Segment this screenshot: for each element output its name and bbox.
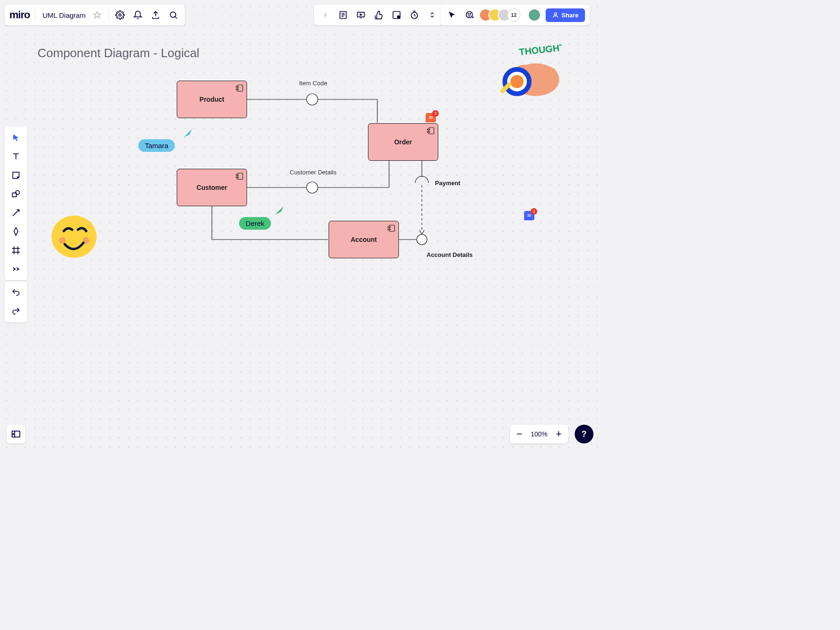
more-icon[interactable]: [426, 8, 439, 22]
component-product[interactable]: Product: [177, 81, 247, 118]
comment-badge-order[interactable]: 3: [426, 113, 436, 122]
zoom-level[interactable]: 100%: [531, 430, 548, 438]
minimap-button[interactable]: [7, 425, 25, 443]
comment-count: 3: [531, 208, 537, 215]
svg-rect-17: [238, 173, 243, 180]
tool-select[interactable]: [8, 130, 23, 145]
thumbs-up-icon[interactable]: [372, 8, 385, 22]
interface-label-customer-details[interactable]: Customer Details: [290, 169, 337, 176]
miro-logo[interactable]: miro: [9, 9, 30, 21]
component-icon: [387, 224, 396, 232]
divider: [108, 9, 109, 21]
redo-button[interactable]: [8, 304, 23, 319]
tool-shape[interactable]: [8, 187, 23, 202]
avatar-self[interactable]: [528, 8, 541, 22]
cursor-label-tamara[interactable]: Tamara: [138, 139, 175, 152]
share-button[interactable]: Share: [546, 8, 585, 22]
svg-point-30: [52, 216, 97, 258]
svg-line-53: [414, 15, 416, 16]
svg-line-65: [13, 210, 19, 216]
tool-text[interactable]: [8, 149, 23, 164]
svg-rect-23: [390, 225, 395, 232]
reaction-icon[interactable]: [463, 8, 476, 22]
chevron-right-icon[interactable]: [319, 8, 332, 22]
connector-label-payment[interactable]: Payment: [435, 180, 460, 187]
sticker-thoughts[interactable]: THOUGHTS?: [491, 43, 562, 104]
sticker-smile[interactable]: [51, 215, 98, 259]
board-title[interactable]: UML Diagram: [43, 11, 86, 19]
cursor-follow-icon[interactable]: [445, 8, 458, 22]
timer-icon[interactable]: [408, 8, 421, 22]
person-icon: [552, 12, 559, 18]
tool-more[interactable]: [8, 262, 23, 277]
note-icon[interactable]: [337, 8, 350, 22]
zoom-control: − 100% +: [510, 425, 568, 443]
component-label: Order: [394, 138, 412, 146]
svg-point-31: [59, 237, 66, 244]
bell-icon[interactable]: [131, 8, 144, 22]
tool-sticky-note[interactable]: [8, 168, 23, 183]
svg-rect-18: [236, 174, 239, 175]
svg-point-56: [468, 14, 469, 15]
svg-point-35: [537, 67, 558, 85]
svg-rect-19: [236, 177, 239, 178]
svg-point-55: [466, 12, 472, 18]
settings-icon[interactable]: [113, 8, 127, 22]
side-toolbar: [5, 127, 27, 280]
svg-point-50: [398, 16, 400, 18]
svg-point-39: [119, 14, 121, 16]
component-order[interactable]: Order: [368, 123, 438, 161]
undo-button[interactable]: [8, 285, 23, 300]
share-label: Share: [562, 12, 578, 19]
zoom-out-button[interactable]: −: [515, 428, 524, 440]
export-icon[interactable]: [149, 8, 162, 22]
undo-toolbar: [5, 281, 27, 322]
zoom-in-button[interactable]: +: [554, 428, 563, 440]
divider: [35, 9, 35, 21]
topbar-right: 12 Share: [441, 5, 590, 25]
svg-line-41: [175, 16, 177, 18]
diagram-title[interactable]: Component Diagram - Logical: [38, 46, 199, 60]
svg-rect-24: [388, 226, 390, 227]
cursor-label-derek[interactable]: Derek: [239, 217, 271, 230]
component-customer[interactable]: Customer: [177, 169, 247, 206]
component-label: Account: [351, 236, 377, 243]
svg-rect-25: [388, 229, 390, 230]
svg-rect-21: [428, 129, 430, 130]
present-icon[interactable]: [354, 8, 368, 22]
sticker-thoughts-text: THOUGHTS?: [518, 43, 562, 57]
search-icon[interactable]: [167, 8, 180, 22]
svg-marker-47: [360, 14, 361, 15]
comment-count: 3: [432, 110, 439, 117]
svg-point-37: [510, 75, 524, 88]
tool-pen[interactable]: [8, 224, 23, 239]
cursor-arrow-tamara: [183, 128, 193, 138]
connector-label-account-details[interactable]: Account Details: [427, 251, 472, 258]
component-label: Customer: [196, 184, 227, 191]
component-icon: [427, 127, 435, 135]
component-icon: [235, 172, 244, 180]
component-account[interactable]: Account: [329, 221, 399, 258]
svg-rect-20: [429, 128, 434, 134]
svg-rect-15: [236, 86, 239, 87]
interface-label-item-code[interactable]: Item Code: [299, 80, 327, 87]
comment-badge-canvas[interactable]: 3: [524, 211, 534, 220]
component-label: Product: [200, 96, 225, 103]
svg-rect-14: [238, 85, 243, 91]
component-icon: [235, 84, 244, 92]
sticker-icon[interactable]: [390, 8, 403, 22]
svg-rect-22: [428, 132, 430, 133]
svg-rect-16: [236, 89, 239, 90]
tool-line[interactable]: [8, 205, 23, 220]
topbar-left: miro UML Diagram: [5, 5, 185, 25]
avatar-count[interactable]: 12: [507, 8, 520, 22]
help-button[interactable]: ?: [575, 425, 593, 443]
cursor-arrow-derek: [274, 205, 285, 216]
svg-point-60: [555, 13, 557, 15]
star-icon[interactable]: [90, 8, 104, 22]
svg-point-40: [170, 12, 176, 17]
topbar-center: [314, 5, 443, 25]
svg-point-57: [470, 14, 471, 15]
svg-point-72: [13, 434, 14, 435]
tool-frame[interactable]: [8, 243, 23, 258]
